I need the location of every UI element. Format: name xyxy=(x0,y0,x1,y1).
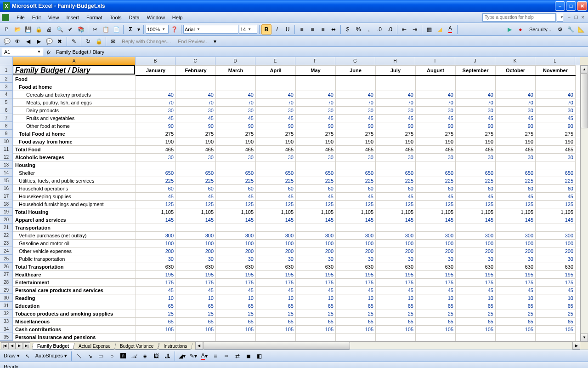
cell[interactable]: 225 xyxy=(536,177,576,185)
cell[interactable]: 630 xyxy=(176,263,216,271)
grid-row[interactable]: Shelter650650650650650650650650650650650 xyxy=(13,169,576,177)
cell[interactable]: 25 xyxy=(496,310,536,318)
textbox-button[interactable]: 🅰 xyxy=(118,351,128,361)
cell[interactable]: 40 xyxy=(456,91,496,99)
cell[interactable]: 200 xyxy=(296,247,336,255)
cell[interactable] xyxy=(256,75,296,83)
cell[interactable]: 30 xyxy=(456,107,496,115)
cell[interactable]: Tobacco products and smoking supplies xyxy=(13,310,136,318)
cell[interactable]: Dairy products xyxy=(13,107,136,115)
cell[interactable] xyxy=(296,83,336,91)
cell[interactable]: 465 xyxy=(216,146,256,154)
cell[interactable]: 275 xyxy=(336,130,376,138)
cell[interactable]: 125 xyxy=(376,201,416,208)
cell[interactable]: 145 xyxy=(296,216,336,224)
cell[interactable]: 30 xyxy=(496,255,536,263)
cell[interactable]: 45 xyxy=(136,193,176,201)
cell[interactable]: Food away from home xyxy=(13,138,136,146)
cell[interactable]: 630 xyxy=(376,263,416,271)
grid-row[interactable]: Cereals and bakery products4040404040404… xyxy=(13,91,576,99)
cell[interactable]: 100 xyxy=(256,240,296,247)
cell[interactable]: 275 xyxy=(376,130,416,138)
cell[interactable]: September xyxy=(456,66,496,75)
grid-row[interactable]: Reading1010101010101010101010 xyxy=(13,294,576,302)
vscroll-thumb[interactable] xyxy=(581,73,588,128)
cell[interactable]: 60 xyxy=(136,185,176,193)
toolbar-options-button[interactable]: ▾ xyxy=(212,36,218,46)
cell[interactable] xyxy=(216,161,256,169)
align-right-button[interactable]: ≡ xyxy=(318,24,328,34)
minimize-button[interactable]: – xyxy=(555,1,565,11)
formula-input[interactable]: Family Budget / Diary xyxy=(54,49,586,55)
cell[interactable]: 30 xyxy=(416,255,456,263)
cell[interactable]: 45 xyxy=(296,193,336,201)
grid-row[interactable]: Total Food at home2752752752752752752752… xyxy=(13,130,576,138)
grid-row[interactable]: Miscellaneous6565656565656565656565 xyxy=(13,318,576,326)
cell[interactable]: 1,105 xyxy=(456,208,496,216)
row-header-12[interactable]: 12 xyxy=(0,153,12,161)
cell[interactable]: 650 xyxy=(376,169,416,177)
row-header-25[interactable]: 25 xyxy=(0,255,12,263)
cell[interactable]: 65 xyxy=(256,318,296,326)
vba-button[interactable]: ⚙ xyxy=(555,24,565,34)
row-header-3[interactable]: 3 xyxy=(0,83,12,91)
cell[interactable]: 225 xyxy=(216,177,256,185)
cell[interactable]: 65 xyxy=(216,302,256,310)
col-header-D[interactable]: D xyxy=(215,57,255,65)
row-header-7[interactable]: 7 xyxy=(0,114,12,122)
cell[interactable]: 65 xyxy=(456,302,496,310)
cell[interactable]: 45 xyxy=(456,115,496,122)
cell[interactable]: 10 xyxy=(216,294,256,302)
cell[interactable] xyxy=(496,161,536,169)
cell[interactable]: 190 xyxy=(176,138,216,146)
cell[interactable]: 70 xyxy=(336,99,376,107)
cell[interactable]: 195 xyxy=(416,271,456,279)
cell[interactable]: 40 xyxy=(216,91,256,99)
help-button[interactable]: ❓ xyxy=(169,24,179,34)
row-header-9[interactable]: 9 xyxy=(0,130,12,138)
cell[interactable] xyxy=(456,161,496,169)
cell[interactable]: 45 xyxy=(296,115,336,122)
cell[interactable]: 175 xyxy=(456,279,496,287)
cell[interactable]: 30 xyxy=(216,154,256,161)
cell[interactable]: 100 xyxy=(136,240,176,247)
cell[interactable]: 105 xyxy=(296,326,336,334)
percent-button[interactable]: % xyxy=(353,24,363,34)
cell[interactable]: Cereals and bakery products xyxy=(13,91,136,99)
cell[interactable]: 275 xyxy=(216,130,256,138)
col-header-E[interactable]: E xyxy=(255,57,295,65)
cell[interactable]: 105 xyxy=(496,326,536,334)
cell[interactable]: Housekeeping supplies xyxy=(13,193,136,201)
cell[interactable]: 65 xyxy=(336,302,376,310)
cell[interactable]: 145 xyxy=(176,216,216,224)
rectangle-button[interactable]: ▭ xyxy=(96,351,106,361)
security-button[interactable]: Security... xyxy=(526,25,554,34)
cell[interactable]: 10 xyxy=(336,294,376,302)
cell[interactable]: 100 xyxy=(496,240,536,247)
currency-button[interactable]: $ xyxy=(343,24,353,34)
cell[interactable]: 145 xyxy=(336,216,376,224)
row-header-6[interactable]: 6 xyxy=(0,106,12,114)
grid-row[interactable]: Total Food465465465465465465465465465465… xyxy=(13,146,576,154)
cell[interactable]: 10 xyxy=(296,294,336,302)
grid-row[interactable]: Personal care products and services45454… xyxy=(13,287,576,294)
cell[interactable]: 145 xyxy=(136,216,176,224)
cell[interactable]: 65 xyxy=(136,302,176,310)
wordart-button[interactable]: 𝒜 xyxy=(129,351,139,361)
comma-button[interactable]: , xyxy=(364,24,374,34)
name-box[interactable]: A1▼ xyxy=(2,48,43,56)
cell[interactable]: 45 xyxy=(456,287,496,294)
cell[interactable]: 25 xyxy=(176,310,216,318)
cell[interactable]: 200 xyxy=(496,247,536,255)
cell[interactable]: 65 xyxy=(296,318,336,326)
cell[interactable]: 190 xyxy=(296,138,336,146)
row-header-33[interactable]: 33 xyxy=(0,317,12,325)
cell[interactable]: January xyxy=(136,66,176,75)
3d-button[interactable]: ◧ xyxy=(254,351,265,361)
cell[interactable]: 175 xyxy=(416,279,456,287)
vertical-scrollbar[interactable]: ▲ ▼ xyxy=(580,65,588,341)
cell[interactable]: 1,105 xyxy=(536,208,576,216)
cell[interactable]: 45 xyxy=(416,115,456,122)
menu-help[interactable]: Help xyxy=(169,14,187,21)
row-header-31[interactable]: 31 xyxy=(0,302,12,310)
